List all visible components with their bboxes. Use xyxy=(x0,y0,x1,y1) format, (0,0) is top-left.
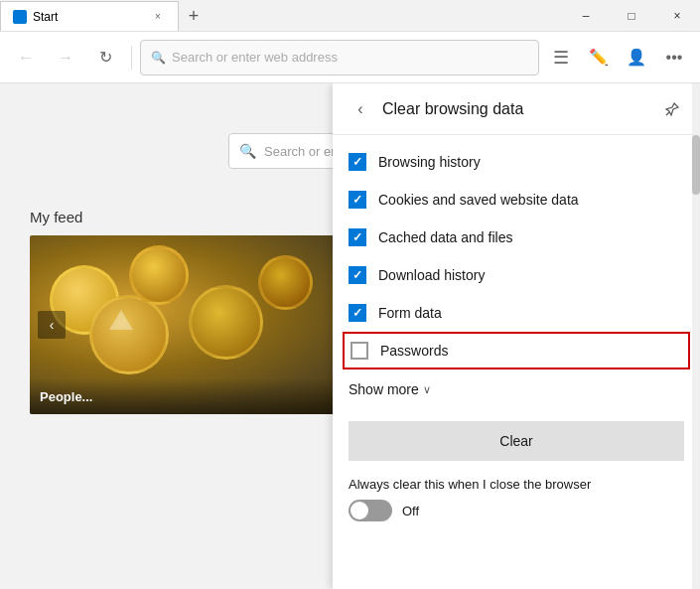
clear-data-panel: ‹ Clear browsing data ✓ Browsing history xyxy=(333,83,700,589)
passwords-item[interactable]: Passwords xyxy=(343,332,690,369)
toggle-knob xyxy=(350,502,368,519)
panel-back-button[interactable]: ‹ xyxy=(349,97,372,121)
reading-button[interactable]: 👤 xyxy=(619,40,654,75)
search-bar-icon: 🔍 xyxy=(239,143,256,159)
panel-body[interactable]: ✓ Browsing history ✓ Cookies and saved w… xyxy=(333,135,700,589)
cached-data-item[interactable]: ✓ Cached data and files xyxy=(349,219,684,256)
back-button[interactable]: ← xyxy=(8,40,44,75)
new-tab-button[interactable]: + xyxy=(179,1,209,31)
always-clear-toggle[interactable] xyxy=(349,500,392,521)
toggle-state-label: Off xyxy=(402,504,419,518)
chevron-down-icon: ∨ xyxy=(423,383,431,396)
tab-favicon xyxy=(13,10,27,24)
tab-close-button[interactable]: × xyxy=(150,9,166,25)
tab-start[interactable]: Start × xyxy=(0,1,179,31)
panel-pin-button[interactable] xyxy=(660,97,684,121)
coin-3 xyxy=(129,245,189,305)
feed-overlay: People... xyxy=(30,378,367,414)
address-bar[interactable]: 🔍 Search or enter web address xyxy=(140,40,539,75)
browsing-history-checkbox[interactable]: ✓ xyxy=(349,153,366,171)
pin-icon xyxy=(664,101,680,117)
nav-separator xyxy=(131,46,132,70)
page-content: 🔍 Search or enter web address My feed Pe… xyxy=(0,83,700,589)
download-history-checkbox[interactable]: ✓ xyxy=(349,266,366,284)
more-button[interactable]: ••• xyxy=(656,40,692,75)
coin-5 xyxy=(258,255,313,310)
address-placeholder: Search or enter web address xyxy=(172,50,338,65)
close-button[interactable]: × xyxy=(654,0,700,32)
check-mark: ✓ xyxy=(352,269,362,281)
always-clear-label: Always clear this when I close the brows… xyxy=(349,477,684,492)
form-data-item[interactable]: ✓ Form data xyxy=(349,294,684,332)
nav-icons: ☰ ✏️ 👤 ••• xyxy=(543,40,692,75)
cookies-checkbox[interactable]: ✓ xyxy=(349,191,366,209)
cookies-label: Cookies and saved website data xyxy=(378,192,579,208)
form-data-checkbox[interactable]: ✓ xyxy=(349,304,366,322)
panel-scrollbar-thumb[interactable] xyxy=(692,135,700,195)
browsing-history-label: Browsing history xyxy=(378,154,481,170)
hub-button[interactable]: ☰ xyxy=(543,40,579,75)
navbar: ← → ↻ 🔍 Search or enter web address ☰ ✏️… xyxy=(0,32,700,83)
clear-button[interactable]: Clear xyxy=(349,421,684,461)
cached-data-checkbox[interactable]: ✓ xyxy=(349,228,366,246)
passwords-checkbox[interactable] xyxy=(350,342,368,360)
panel-title: Clear browsing data xyxy=(382,100,660,118)
panel-header: ‹ Clear browsing data xyxy=(333,83,700,135)
panel-scrollbar[interactable] xyxy=(692,83,700,589)
coin-2 xyxy=(89,295,169,374)
cookies-item[interactable]: ✓ Cookies and saved website data xyxy=(349,181,684,219)
coin-4 xyxy=(189,285,263,360)
download-history-label: Download history xyxy=(378,267,485,283)
forward-button[interactable]: → xyxy=(48,40,83,75)
titlebar: Start × + – □ × xyxy=(0,0,700,32)
show-more-link[interactable]: Show more ∨ xyxy=(349,373,684,413)
window-controls: – □ × xyxy=(563,0,700,31)
passwords-label: Passwords xyxy=(380,343,448,359)
feed-caption: People... xyxy=(40,389,92,404)
tab-area: Start × + xyxy=(0,0,209,31)
search-icon: 🔍 xyxy=(151,51,166,65)
svg-line-0 xyxy=(666,112,669,115)
feed-image: People... ‹ xyxy=(30,235,367,414)
maximize-button[interactable]: □ xyxy=(609,0,654,32)
cached-data-label: Cached data and files xyxy=(378,229,512,245)
form-data-label: Form data xyxy=(378,305,442,321)
check-mark: ✓ xyxy=(352,231,362,243)
show-more-label: Show more xyxy=(349,381,419,397)
tab-title: Start xyxy=(33,10,144,24)
feed-prev-button[interactable]: ‹ xyxy=(38,311,66,339)
check-mark: ✓ xyxy=(352,156,362,168)
minimize-button[interactable]: – xyxy=(563,0,609,32)
eth-triangle xyxy=(109,310,133,330)
notes-button[interactable]: ✏️ xyxy=(581,40,617,75)
toggle-row: Off xyxy=(349,500,684,521)
browsing-history-item[interactable]: ✓ Browsing history xyxy=(349,143,684,181)
download-history-item[interactable]: ✓ Download history xyxy=(349,256,684,294)
refresh-button[interactable]: ↻ xyxy=(87,40,123,75)
check-mark: ✓ xyxy=(352,194,362,206)
check-mark: ✓ xyxy=(352,307,362,319)
